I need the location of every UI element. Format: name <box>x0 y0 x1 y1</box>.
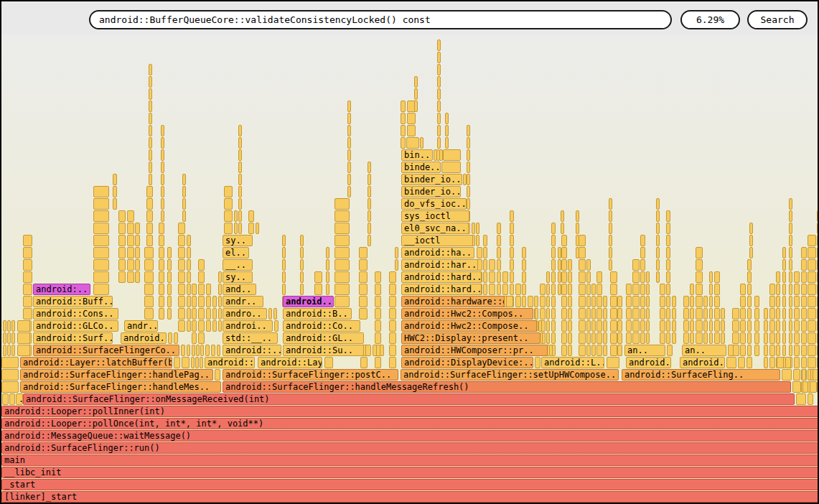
frame-cell[interactable] <box>182 174 186 185</box>
frame-cell[interactable] <box>401 125 406 136</box>
frame-cell[interactable] <box>789 198 792 210</box>
frame-cell[interactable] <box>497 271 501 283</box>
frame-cell[interactable] <box>740 332 746 344</box>
frame-cell[interactable] <box>334 271 350 283</box>
frame-cell[interactable] <box>144 259 154 271</box>
frame-cell[interactable] <box>561 271 567 283</box>
frame-cell[interactable] <box>549 345 553 356</box>
frame-cell[interactable] <box>218 296 222 307</box>
frame-cell[interactable] <box>690 296 694 307</box>
frame-cell[interactable] <box>282 235 286 246</box>
frame-cell[interactable] <box>801 259 807 271</box>
frame-cell[interactable] <box>632 308 640 319</box>
frame-cell[interactable] <box>368 235 371 246</box>
frame-cell[interactable] <box>738 357 745 368</box>
frame-cell[interactable] <box>591 332 596 344</box>
frame-cell[interactable] <box>709 296 713 307</box>
frame-cell[interactable] <box>586 271 591 283</box>
frame-cell[interactable] <box>497 223 501 234</box>
frame[interactable]: android::Hwc2::Compose.. <box>401 320 537 332</box>
frame-cell[interactable] <box>118 210 126 222</box>
frame-cell[interactable] <box>510 259 514 271</box>
frame-cell[interactable] <box>626 296 632 307</box>
frame-cell[interactable] <box>754 296 759 307</box>
frame-cell[interactable] <box>93 210 109 222</box>
frame[interactable]: android::HWComposer::pr.. <box>401 345 548 356</box>
frame-cell[interactable] <box>660 320 665 332</box>
frame[interactable]: and.. <box>223 284 256 295</box>
frame-cell[interactable] <box>407 113 416 124</box>
frame[interactable]: std::__.. <box>223 332 278 344</box>
frame-cell[interactable] <box>789 332 792 344</box>
frame-cell[interactable] <box>808 235 816 246</box>
frame-cell[interactable] <box>538 320 542 332</box>
frame-cell[interactable] <box>467 174 470 185</box>
frame-cell[interactable] <box>782 369 792 381</box>
frame[interactable]: android::GLCo.. <box>33 320 118 332</box>
frame-cell[interactable] <box>375 271 381 283</box>
frame-cell[interactable] <box>610 308 617 319</box>
frame-cell[interactable] <box>483 247 487 258</box>
frame-cell[interactable] <box>596 320 602 332</box>
frame-cell[interactable] <box>395 259 398 271</box>
frame-cell[interactable] <box>238 186 242 197</box>
frame-cell[interactable] <box>561 235 567 246</box>
frame-cell[interactable] <box>238 137 242 149</box>
frame-cell[interactable] <box>591 296 596 307</box>
frame-cell[interactable] <box>777 357 784 368</box>
frame-cell[interactable] <box>359 308 368 319</box>
frame-cell[interactable] <box>359 247 368 258</box>
frame-cell[interactable] <box>568 284 572 295</box>
frame[interactable]: andr.. <box>223 296 263 307</box>
frame-cell[interactable] <box>646 320 650 332</box>
frame-cell[interactable] <box>640 259 645 271</box>
frame-cell[interactable] <box>769 296 775 307</box>
frame-cell[interactable] <box>93 271 109 283</box>
frame-cell[interactable] <box>732 308 739 319</box>
frame-cell[interactable] <box>609 223 612 234</box>
frame-cell[interactable] <box>535 308 538 319</box>
frame-cell[interactable] <box>144 284 154 295</box>
frame-cell[interactable] <box>596 332 602 344</box>
frame-cell[interactable] <box>206 296 211 307</box>
frame-cell[interactable] <box>672 320 676 332</box>
frame-cell[interactable] <box>192 296 197 307</box>
frame-cell[interactable] <box>441 162 461 173</box>
frame-cell[interactable] <box>127 271 134 283</box>
frame-cell[interactable] <box>576 210 579 222</box>
frame-cell[interactable] <box>467 125 470 136</box>
frame-cell[interactable] <box>789 235 792 246</box>
frame-cell[interactable] <box>238 149 242 161</box>
frame-cell[interactable] <box>7 345 11 356</box>
frame-cell[interactable] <box>586 259 591 271</box>
frame-cell[interactable] <box>178 271 185 283</box>
frame-cell[interactable] <box>167 296 172 307</box>
frame-cell[interactable] <box>646 284 650 295</box>
frame-cell[interactable] <box>579 296 586 307</box>
frame-cell[interactable] <box>801 247 807 258</box>
frame-cell[interactable] <box>769 320 775 332</box>
frame-cell[interactable] <box>801 284 807 295</box>
frame-cell[interactable] <box>437 125 441 136</box>
frame-cell[interactable] <box>632 296 640 307</box>
frame-cell[interactable] <box>789 247 792 258</box>
frame-cell[interactable] <box>801 320 807 332</box>
frame-cell[interactable] <box>368 174 371 185</box>
frame-cell[interactable] <box>497 235 501 246</box>
frame-cell[interactable] <box>610 284 617 295</box>
frame-cell[interactable] <box>609 198 612 210</box>
frame-cell[interactable] <box>113 198 117 210</box>
frame-cell[interactable] <box>23 284 32 295</box>
frame-cell[interactable] <box>11 332 15 344</box>
frame-cell[interactable] <box>2 393 9 405</box>
frame-cell[interactable] <box>324 357 333 368</box>
frame-cell[interactable] <box>167 308 172 319</box>
frame-cell[interactable] <box>546 332 550 344</box>
frame-cell[interactable] <box>146 198 153 210</box>
frame[interactable]: android::har.. <box>401 259 478 271</box>
frame-cell[interactable] <box>238 174 242 185</box>
frame-cell[interactable] <box>483 259 487 271</box>
frame-cell[interactable] <box>407 125 416 136</box>
frame[interactable]: android::SurfaceFlinger::handleMessageRe… <box>223 381 791 393</box>
frame-cell[interactable] <box>568 271 572 283</box>
